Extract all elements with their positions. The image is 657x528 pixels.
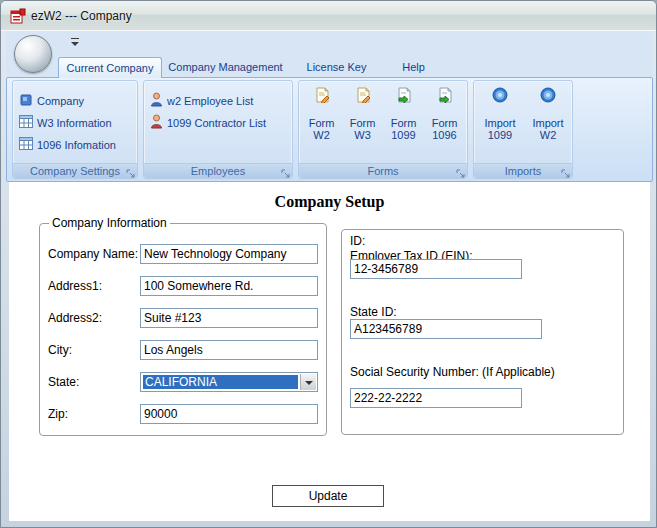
city-label: City:	[48, 343, 72, 357]
page-title: Company Setup	[9, 193, 650, 211]
state-select[interactable]: CALIFORNIA	[140, 372, 318, 392]
app-window: ezW2 --- Company Current Company Company…	[0, 0, 657, 528]
dialog-launcher-icon[interactable]	[456, 167, 465, 176]
form-w3-button[interactable]: Form W3	[343, 84, 382, 164]
import-circle-icon	[526, 87, 570, 105]
group-caption-imports: Imports	[474, 163, 572, 178]
form-1099-button[interactable]: Form 1099	[384, 84, 423, 164]
form-arrow-icon	[425, 87, 464, 105]
tab-current-company[interactable]: Current Company	[58, 57, 162, 78]
form-arrow-icon	[384, 87, 423, 105]
ribbon: Current Company Company Management Licen…	[6, 31, 653, 182]
tab-license-key[interactable]: License Key	[294, 57, 379, 78]
chevron-down-icon	[305, 381, 313, 385]
state-id-label: State ID:	[350, 305, 397, 319]
ssn-input[interactable]	[350, 388, 522, 408]
group-company-settings: Company W3 Information 1096 Infomation C…	[12, 80, 138, 179]
city-input[interactable]	[140, 340, 318, 360]
ribbon-item-label: Company	[37, 95, 84, 107]
ribbon-body: Company W3 Information 1096 Infomation C…	[6, 77, 653, 182]
combo-dropdown-button[interactable]	[300, 374, 316, 390]
dialog-launcher-icon[interactable]	[561, 167, 570, 176]
address2-label: Address2:	[48, 311, 102, 325]
ribbon-item-label: 1099 Contractor List	[167, 117, 266, 129]
state-id-input[interactable]	[350, 319, 542, 339]
group-caption-employees: Employees	[144, 163, 292, 178]
state-label: State:	[48, 375, 79, 389]
tab-help[interactable]: Help	[390, 57, 437, 78]
window-title: ezW2 --- Company	[31, 1, 132, 31]
dialog-launcher-icon[interactable]	[281, 167, 290, 176]
quick-access-toolbar-customize-button[interactable]	[69, 37, 83, 49]
company-cube-icon	[19, 93, 33, 109]
zip-input[interactable]	[140, 404, 318, 424]
ein-input[interactable]	[350, 259, 522, 279]
ribbon-item-1096-information[interactable]: 1096 Infomation	[19, 136, 116, 153]
address1-label: Address1:	[48, 279, 102, 293]
ribbon-item-label: w2 Employee List	[167, 95, 253, 107]
employee-person-icon	[150, 92, 163, 109]
groupbox-legend: Company Information	[49, 216, 170, 230]
table-icon	[19, 115, 33, 130]
ribbon-item-company[interactable]: Company	[19, 92, 84, 109]
qat-bar-icon	[71, 38, 79, 39]
ribbon-item-1099-contractor-list[interactable]: 1099 Contractor List	[150, 114, 266, 131]
id-groupbox: ID: Employer Tax ID (EIN): State ID: Soc…	[341, 229, 624, 435]
zip-label: Zip:	[48, 407, 68, 421]
import-1099-button[interactable]: Import 1099	[478, 84, 522, 164]
import-w2-button[interactable]: Import W2	[526, 84, 570, 164]
ribbon-item-w2-employee-list[interactable]: w2 Employee List	[150, 92, 253, 109]
form-pencil-icon	[343, 87, 382, 105]
contractor-person-icon	[150, 114, 163, 131]
group-caption-company-settings: Company Settings	[13, 163, 137, 178]
table-icon	[19, 137, 33, 152]
import-circle-icon	[478, 87, 522, 105]
chevron-down-icon	[71, 42, 79, 46]
update-button[interactable]: Update	[272, 485, 384, 507]
company-name-input[interactable]	[140, 244, 318, 264]
form-pencil-icon	[302, 87, 341, 105]
tab-company-management[interactable]: Company Management	[167, 57, 284, 78]
address2-input[interactable]	[140, 308, 318, 328]
group-employees: w2 Employee List 1099 Contractor List Em…	[143, 80, 293, 179]
ribbon-item-label: 1096 Infomation	[37, 139, 116, 151]
group-forms: Form W2 Form W3 Form 1099	[298, 80, 468, 179]
company-information-groupbox: Company Information Company Name: Addres…	[39, 223, 327, 436]
company-name-label: Company Name:	[48, 247, 138, 261]
group-caption-forms: Forms	[299, 163, 467, 178]
form-w2-button[interactable]: Form W2	[302, 84, 341, 164]
form-1096-button[interactable]: Form 1096	[425, 84, 464, 164]
id-section-label: ID:	[350, 234, 365, 248]
address1-input[interactable]	[140, 276, 318, 296]
ssn-label: Social Security Number: (If Applicable)	[350, 365, 555, 379]
ribbon-item-w3-information[interactable]: W3 Information	[19, 114, 112, 131]
state-selected-value: CALIFORNIA	[143, 375, 298, 389]
dialog-launcher-icon[interactable]	[126, 167, 135, 176]
app-icon	[10, 8, 26, 24]
application-menu-button[interactable]	[14, 35, 52, 73]
ribbon-item-label: W3 Information	[37, 117, 112, 129]
main-content: Company Setup Company Information Compan…	[9, 182, 650, 521]
titlebar[interactable]: ezW2 --- Company	[1, 1, 656, 31]
group-imports: Import 1099 Import W2 Imports	[473, 80, 573, 179]
